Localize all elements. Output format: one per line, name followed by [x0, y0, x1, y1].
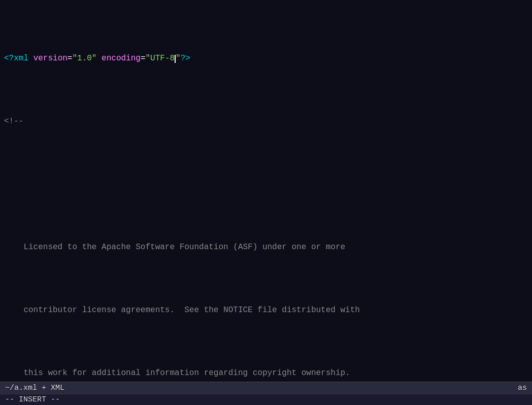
status-bar: ~/a.xml + XML as	[0, 382, 532, 394]
line-4: Licensed to the Apache Software Foundati…	[0, 241, 532, 254]
line-2: <!--	[0, 115, 532, 128]
code-content: <?xml version="1.0" encoding="UTF-8"?> <…	[0, 0, 532, 382]
editor-area[interactable]: <?xml version="1.0" encoding="UTF-8"?> <…	[0, 0, 532, 382]
editor-mode: -- INSERT --	[5, 395, 60, 404]
line-3	[0, 178, 532, 191]
line-1: <?xml version="1.0" encoding="UTF-8"?>	[0, 52, 532, 65]
status-right: as	[518, 384, 527, 392]
line-5: contributor license agreements. See the …	[0, 304, 532, 317]
line-6: this work for additional information reg…	[0, 367, 532, 380]
status-filename: ~/a.xml + XML	[5, 384, 64, 392]
mode-bar: -- INSERT --	[0, 394, 532, 405]
